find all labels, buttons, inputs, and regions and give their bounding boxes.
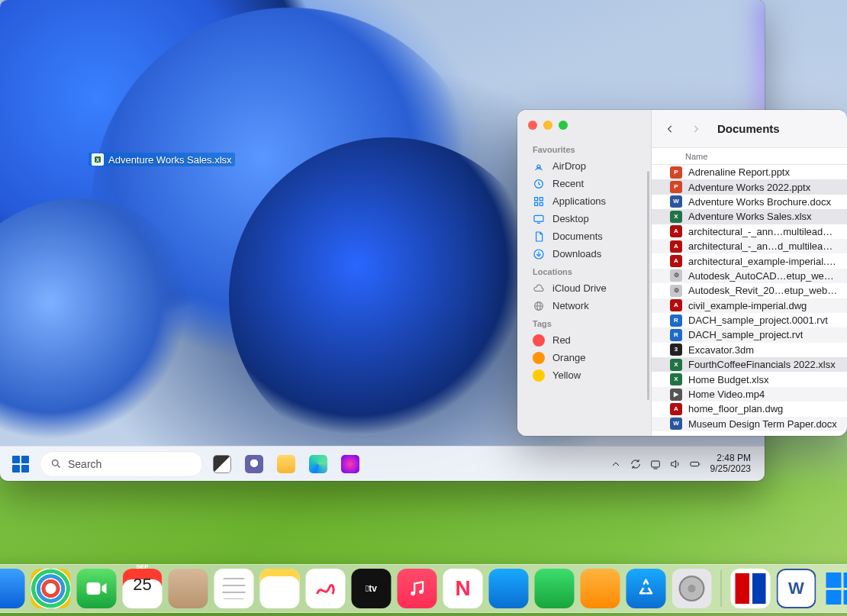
- sidebar-item-label: Documents: [552, 231, 603, 242]
- appstore-icon: [635, 577, 658, 600]
- sidebar-item-tag-red[interactable]: Red: [517, 331, 651, 349]
- cloud-icon: [533, 282, 545, 295]
- sidebar-header-tags: Tags: [517, 314, 651, 331]
- nav-forward-button[interactable]: [688, 121, 704, 137]
- file-row[interactable]: XAdventure Works Sales.xlsx: [652, 209, 847, 224]
- sidebar-item-documents[interactable]: Documents: [517, 227, 651, 245]
- svg-rect-19: [87, 582, 101, 595]
- file-name: Home Video.mp4: [688, 389, 765, 400]
- file-row[interactable]: PAdrenaline Report.pptx: [652, 165, 847, 179]
- desktop-file-adventure-works-sales[interactable]: X Adventure Works Sales.xlsx: [89, 153, 235, 166]
- dock-item-keynote[interactable]: [489, 569, 529, 608]
- svg-rect-2: [651, 461, 659, 467]
- threedm-icon: 3: [670, 343, 682, 356]
- file-row[interactable]: Aarchitectural_-_ann…multileaders (1: [652, 224, 847, 239]
- file-row[interactable]: Acivil_example-imperial.dwg: [652, 298, 847, 313]
- sidebar-header-favourites: Favourites: [517, 140, 651, 157]
- svg-rect-12: [539, 202, 543, 205]
- taskbar-copilot[interactable]: [337, 451, 363, 477]
- taskbar-search[interactable]: Search: [40, 451, 203, 477]
- dock-item-notes[interactable]: [260, 569, 300, 608]
- file-row[interactable]: ▶Home Video.mp4: [652, 387, 847, 402]
- sidebar-item-label: Orange: [552, 352, 585, 363]
- dock-item-windows-vm[interactable]: [823, 569, 848, 608]
- dock-item-appstore[interactable]: [626, 569, 666, 608]
- dock-item-reminders[interactable]: [214, 569, 254, 608]
- dock-item-contacts[interactable]: [169, 569, 208, 608]
- file-row[interactable]: WAdventure Works Brochure.docx: [652, 195, 847, 209]
- dock-item-music[interactable]: [398, 569, 437, 608]
- file-name: Adventure Works 2022.pptx: [688, 182, 810, 193]
- file-name: civil_example-imperial.dwg: [688, 300, 807, 311]
- taskbar-edge[interactable]: [305, 451, 331, 477]
- system-tray[interactable]: [610, 458, 701, 470]
- network-icon: [649, 458, 662, 470]
- sidebar-item-desktop[interactable]: Desktop: [517, 210, 651, 227]
- sidebar-item-network[interactable]: Network: [517, 297, 651, 314]
- taskbar-task-view[interactable]: [209, 451, 235, 477]
- sidebar-item-airdrop[interactable]: AirDrop: [517, 157, 651, 175]
- tag-dot-orange-icon: [533, 352, 545, 364]
- file-row[interactable]: Ahome_floor_plan.dwg: [652, 402, 847, 416]
- window-minimize-button[interactable]: [543, 121, 552, 130]
- file-row[interactable]: PAdventure Works 2022.pptx: [652, 179, 847, 194]
- file-row[interactable]: RDACH_sample_project.rvt: [652, 327, 847, 342]
- window-close-button[interactable]: [528, 121, 537, 130]
- file-name: architectural_-_an…d_multileaders: [688, 240, 838, 252]
- start-button[interactable]: [8, 451, 34, 477]
- file-row[interactable]: 3Excavator.3dm: [652, 343, 847, 357]
- sidebar-header-locations: Locations: [517, 263, 651, 279]
- sidebar-item-tag-orange[interactable]: Orange: [517, 349, 651, 366]
- sidebar-item-downloads[interactable]: Downloads: [517, 245, 651, 263]
- taskbar-clock[interactable]: 2:48 PM 9/25/2023: [710, 453, 757, 475]
- taskbar-teams[interactable]: [241, 451, 267, 477]
- file-row[interactable]: WMuseum Design Term Paper.docx: [652, 417, 847, 431]
- file-row[interactable]: Aarchitectural_example-imperial.dwg: [652, 253, 847, 268]
- windows-taskbar: Search: [0, 446, 765, 481]
- dock-item-settings[interactable]: [672, 569, 712, 608]
- sidebar-item-applications[interactable]: Applications: [517, 192, 651, 210]
- file-name: Museum Design Term Paper.docx: [688, 418, 837, 430]
- sidebar-item-recent[interactable]: Recent: [517, 175, 651, 192]
- copilot-icon: [341, 455, 359, 473]
- task-view-icon: [213, 455, 231, 473]
- file-name: Autodesk_AutoCAD…etup_webinsta: [688, 270, 838, 282]
- dock-item-pages[interactable]: [581, 569, 620, 608]
- window-zoom-button[interactable]: [559, 121, 568, 130]
- file-row[interactable]: XHome Budget.xlsx: [652, 372, 847, 386]
- dock-item-tv[interactable]: tv: [352, 569, 391, 608]
- nav-back-button[interactable]: [662, 121, 678, 137]
- file-row[interactable]: XFourthCoffeeFinancials 2022.xlsx: [652, 357, 847, 372]
- sidebar-item-label: Red: [552, 334, 571, 346]
- dwg-icon: A: [670, 299, 682, 311]
- file-row[interactable]: ⚙Autodesk_AutoCAD…etup_webinsta: [652, 269, 847, 283]
- windows-logo-icon: [12, 456, 29, 472]
- sidebar-item-tag-yellow[interactable]: Yellow: [517, 366, 651, 384]
- sidebar-item-icloud-drive[interactable]: iCloud Drive: [517, 279, 651, 297]
- dock-item-parallels[interactable]: [731, 569, 771, 608]
- file-list-header[interactable]: Name: [652, 148, 847, 165]
- news-icon: N: [455, 576, 470, 601]
- svg-marker-20: [102, 583, 107, 594]
- file-row[interactable]: Aarchitectural_-_an…d_multileaders: [652, 239, 847, 253]
- svg-rect-13: [534, 215, 543, 221]
- dock-item-news[interactable]: N: [443, 569, 483, 608]
- exe-icon: ⚙: [670, 285, 682, 297]
- dock-item-facetime[interactable]: [77, 569, 117, 608]
- svg-rect-10: [539, 197, 543, 200]
- file-row[interactable]: ⚙Autodesk_Revit_20…etup_webinsta: [652, 283, 847, 298]
- rvt-icon: R: [670, 329, 682, 341]
- dock-item-calendar[interactable]: SEP25: [123, 569, 163, 608]
- dock-item-freeform[interactable]: [306, 569, 346, 608]
- gear-icon: [679, 576, 705, 601]
- sidebar-scrollbar[interactable]: [647, 171, 649, 400]
- taskbar-file-explorer[interactable]: [273, 451, 299, 477]
- file-row[interactable]: RDACH_sample_project.0001.rvt: [652, 313, 847, 327]
- teams-icon: [245, 455, 263, 473]
- dock-item-launchpad[interactable]: [31, 569, 71, 608]
- dock-item-word[interactable]: W: [777, 569, 816, 608]
- xlsx-icon: X: [670, 211, 682, 223]
- dock-item-finder[interactable]: [0, 569, 25, 608]
- sidebar-item-label: Yellow: [552, 369, 581, 381]
- dock-item-numbers[interactable]: [535, 569, 575, 608]
